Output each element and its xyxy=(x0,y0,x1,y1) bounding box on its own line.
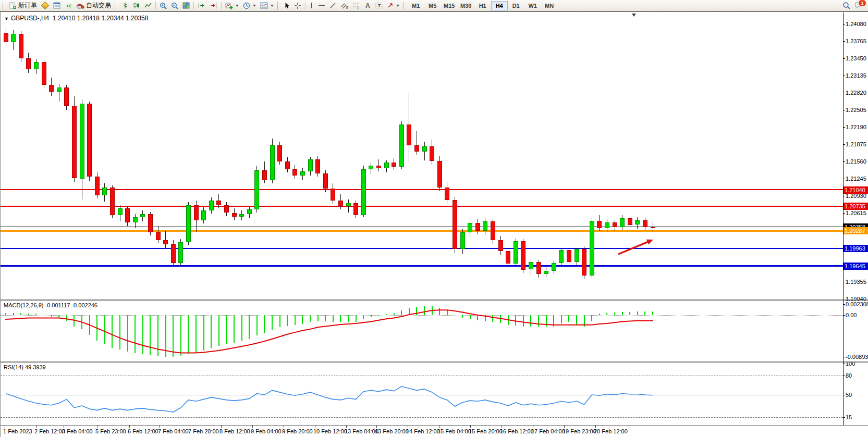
autotrading-button[interactable]: 自动交易 xyxy=(74,0,113,11)
date-axis[interactable]: 1 Feb 20232 Feb 12:003 Feb 04:005 Feb 23… xyxy=(1,426,868,437)
search-button[interactable] xyxy=(842,2,850,9)
arrows-button[interactable] xyxy=(385,0,401,11)
rsi-panel[interactable]: 100805015RSI(14) 49.3939 xyxy=(1,363,868,425)
candle-bearish xyxy=(643,220,647,227)
support-line-upper[interactable] xyxy=(1,248,843,249)
pivot-line-orange[interactable] xyxy=(1,230,843,232)
new-order-button[interactable]: 新订单 xyxy=(7,0,39,11)
macd-histogram-bar xyxy=(432,306,433,315)
equidistant-channel-button[interactable]: E xyxy=(338,0,350,11)
candle-bullish xyxy=(102,188,107,195)
macd-histogram-bar xyxy=(234,315,235,343)
macd-histogram-bar xyxy=(112,315,113,348)
rsi-axis-label: 50 xyxy=(846,392,852,398)
chart-symbol-period: GBPUSD-,H4 xyxy=(11,15,49,22)
macd-panel[interactable]: MACD(12,26,9) -0.001117 -0.0022460.00230… xyxy=(1,301,868,361)
timeframe-button-m30[interactable]: M30 xyxy=(458,1,474,10)
candlestick-chart-button[interactable] xyxy=(131,0,142,11)
crosshair-button[interactable] xyxy=(292,0,303,11)
rsi-level-line-15 xyxy=(1,417,843,418)
current-price-line[interactable] xyxy=(1,227,843,227)
macd-histogram-bar xyxy=(340,315,341,322)
chevron-down-icon xyxy=(236,5,239,7)
timeframe-button-m1[interactable]: M1 xyxy=(408,1,424,10)
date-label: 2 Feb 12:00 xyxy=(34,428,65,434)
macd-histogram-bar xyxy=(279,315,280,327)
timeframe-button-m15[interactable]: M15 xyxy=(441,1,458,10)
candle-bullish xyxy=(544,271,548,274)
line-chart-button[interactable] xyxy=(142,0,154,11)
macd-histogram-bar xyxy=(317,315,319,321)
cursor-icon xyxy=(284,2,290,9)
tile-windows-button[interactable] xyxy=(180,0,192,11)
support-line-lower[interactable] xyxy=(1,265,843,267)
candle-bearish xyxy=(156,232,161,240)
candle-bearish xyxy=(194,205,199,220)
macd-histogram-bar xyxy=(644,311,645,315)
candle-bullish xyxy=(369,166,373,169)
timeframe-button-m5[interactable]: M5 xyxy=(424,1,441,10)
chart-window[interactable]: ▼GBPUSD-,H4 1.20410 1.20418 1.20344 1.20… xyxy=(0,11,868,437)
candle-bearish xyxy=(613,222,617,227)
candle-bearish xyxy=(407,124,411,145)
macd-histogram-bar xyxy=(127,315,128,352)
date-label: 10 Feb 12:00 xyxy=(313,428,347,434)
templates-button[interactable] xyxy=(258,0,276,11)
date-tick xyxy=(564,426,565,428)
trendline-button[interactable] xyxy=(327,0,338,11)
template-icon xyxy=(260,2,268,9)
notifications-button[interactable]: 1 xyxy=(854,2,863,9)
main-chart-plot[interactable] xyxy=(1,13,843,299)
date-tick xyxy=(221,426,222,428)
candle-bearish xyxy=(414,145,419,152)
date-tick xyxy=(376,426,377,428)
candle-wick xyxy=(59,84,59,102)
candle-bullish xyxy=(254,170,259,209)
timeframe-button-w1[interactable]: W1 xyxy=(524,1,541,10)
price-tick-label: 1.24080 xyxy=(846,21,866,27)
candlestick-icon xyxy=(133,2,140,9)
date-label: 8 Feb 12:00 xyxy=(219,428,250,434)
candle-bullish xyxy=(620,218,625,227)
horizontal-line-button[interactable] xyxy=(316,0,327,11)
chart-menu-arrow-icon[interactable]: ▼ xyxy=(4,16,9,21)
candle-bullish xyxy=(133,217,138,223)
timeframe-button-mn[interactable]: MN xyxy=(541,1,558,10)
zoom-in-button[interactable] xyxy=(157,0,169,11)
auto-scroll-button[interactable] xyxy=(207,0,219,11)
candle-bullish xyxy=(300,171,305,176)
vertical-line-button[interactable] xyxy=(307,0,316,11)
resistance-line-upper[interactable] xyxy=(1,189,843,190)
bar-chart-button[interactable] xyxy=(119,0,131,11)
market-watch-button[interactable] xyxy=(51,0,63,11)
fibonacci-button[interactable]: F xyxy=(350,0,362,11)
cursor-button[interactable] xyxy=(282,0,292,11)
macd-histogram-bar xyxy=(295,315,296,325)
price-tick-label: 1.23135 xyxy=(846,72,866,79)
candle-bullish xyxy=(590,221,594,276)
timeframe-button-h1[interactable]: H1 xyxy=(474,1,491,10)
candle-bullish xyxy=(514,241,518,264)
label-button[interactable]: T xyxy=(373,0,385,11)
candle-bearish xyxy=(26,58,31,69)
macd-histogram-bar xyxy=(264,315,265,333)
signals-button[interactable] xyxy=(63,0,74,11)
periods-button[interactable] xyxy=(241,0,258,11)
indicators-button[interactable] xyxy=(223,0,241,11)
macd-histogram-bar xyxy=(241,315,242,341)
candle-bearish xyxy=(430,146,434,161)
date-tick xyxy=(252,426,253,428)
chart-shift-button[interactable] xyxy=(195,0,207,11)
zoom-out-button[interactable] xyxy=(169,0,180,11)
timeframe-button-d1[interactable]: D1 xyxy=(508,1,524,10)
timeframe-button-h4[interactable]: H4 xyxy=(491,1,508,10)
chart-style-button[interactable] xyxy=(39,0,51,11)
date-label: 13 Feb 20:00 xyxy=(375,428,409,434)
clock-icon xyxy=(243,2,250,9)
macd-histogram-bar xyxy=(119,315,120,349)
macd-histogram-bar xyxy=(58,315,59,318)
macd-histogram-bar xyxy=(386,314,387,315)
text-button[interactable]: A xyxy=(362,0,373,11)
candle-bearish xyxy=(651,227,655,228)
rsi-level-line-80 xyxy=(1,376,843,376)
